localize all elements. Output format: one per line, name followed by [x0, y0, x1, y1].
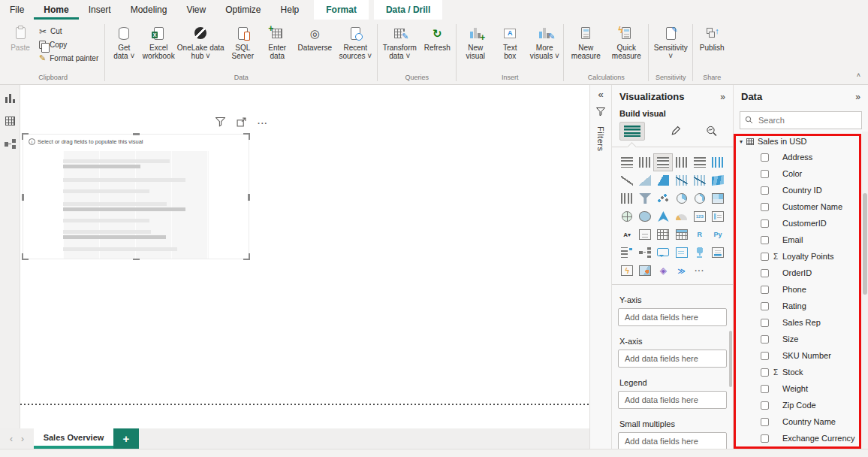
- line-and-clustered-column-chart-icon[interactable]: [694, 175, 706, 186]
- filter-funnel-icon[interactable]: [596, 106, 605, 120]
- treemap-icon[interactable]: [712, 193, 724, 204]
- dataverse-button[interactable]: ◎ Dataverse: [294, 21, 335, 52]
- qa-visual-icon[interactable]: [657, 248, 669, 256]
- slicer-icon[interactable]: [639, 229, 651, 240]
- funnel-chart-icon[interactable]: [639, 193, 651, 204]
- stacked-column-chart-icon[interactable]: [639, 157, 651, 168]
- visual-filter-icon[interactable]: [215, 117, 225, 130]
- field-checkbox[interactable]: [761, 269, 769, 277]
- tab-view[interactable]: View: [176, 0, 215, 20]
- clustered-column-chart-icon[interactable]: [676, 157, 688, 168]
- paste-button[interactable]: Paste: [3, 21, 38, 52]
- selection-edge-handle[interactable]: [133, 133, 140, 135]
- field-checkbox[interactable]: [761, 302, 769, 310]
- more-options-icon[interactable]: ···: [258, 120, 268, 126]
- field-row[interactable]: Customer Name: [734, 198, 868, 215]
- table-row-sales-in-usd[interactable]: ▾ Sales in USD: [734, 134, 868, 149]
- field-checkbox[interactable]: [761, 434, 769, 443]
- get-more-visuals-icon[interactable]: ···: [694, 265, 706, 276]
- line-and-stacked-column-chart-icon[interactable]: [676, 175, 688, 186]
- paginated-report-icon[interactable]: [712, 247, 724, 258]
- selection-edge-handle[interactable]: [22, 194, 24, 201]
- scatter-chart-icon[interactable]: [657, 193, 669, 204]
- field-well-dropzone[interactable]: Add data fields here: [618, 308, 727, 326]
- field-checkbox[interactable]: [761, 319, 769, 327]
- selection-corner-handle[interactable]: [243, 253, 250, 260]
- matrix-icon[interactable]: [676, 229, 688, 240]
- format-painter-button[interactable]: ✎ Format painter: [39, 53, 98, 63]
- field-checkbox[interactable]: [761, 335, 769, 344]
- cut-button[interactable]: ✂ Cut: [39, 26, 98, 36]
- area-chart-icon[interactable]: [639, 175, 651, 186]
- waterfall-chart-icon[interactable]: [621, 193, 633, 204]
- visualizations-scrollbar[interactable]: [729, 331, 732, 387]
- field-checkbox[interactable]: [761, 203, 769, 211]
- stacked-area-chart-icon[interactable]: [657, 175, 669, 186]
- line-chart-icon[interactable]: [621, 175, 633, 186]
- table-view-button table-grid-icon[interactable]: [5, 117, 15, 126]
- field-row[interactable]: Σ Stock: [734, 364, 868, 380]
- field-row[interactable]: Address: [734, 149, 868, 165]
- power-automate-visual-icon[interactable]: ≫: [676, 265, 688, 276]
- visual-placeholder[interactable]: i Select or drag fields to populate this…: [23, 134, 249, 259]
- field-checkbox[interactable]: [761, 418, 769, 426]
- kpi-icon[interactable]: A▾: [621, 229, 633, 240]
- donut-chart-icon[interactable]: [695, 193, 705, 204]
- build-visual-tab[interactable]: [619, 122, 645, 141]
- field-row[interactable]: Rating: [734, 298, 868, 314]
- transform-data-button[interactable]: Transform data ˅: [379, 21, 420, 60]
- 100-stacked-bar-chart-icon[interactable]: [694, 157, 706, 168]
- field-well-dropzone[interactable]: Add data fields here: [618, 391, 727, 409]
- gauge-icon[interactable]: [676, 214, 687, 220]
- tab-insert[interactable]: Insert: [79, 0, 121, 20]
- new-page-button[interactable]: +: [113, 428, 139, 449]
- text-box-button[interactable]: Text box: [493, 21, 527, 60]
- field-checkbox[interactable]: [761, 170, 769, 178]
- copy-button[interactable]: Copy: [39, 40, 98, 50]
- clustered-bar-chart-icon[interactable]: [657, 157, 669, 168]
- r-script-visual-icon[interactable]: R: [694, 229, 706, 240]
- sql-server-button[interactable]: SQL Server: [225, 21, 260, 60]
- field-row[interactable]: Country Name: [734, 413, 868, 430]
- recent-sources-button[interactable]: Recent sources ˅: [335, 21, 375, 60]
- field-checkbox[interactable]: [761, 352, 769, 360]
- 100-stacked-column-chart-icon[interactable]: [712, 157, 724, 168]
- field-checkbox[interactable]: [761, 253, 769, 261]
- tab-help[interactable]: Help: [271, 0, 309, 20]
- field-row[interactable]: Phone: [734, 281, 868, 298]
- report-view-button bar-chart-icon[interactable]: [5, 94, 15, 103]
- field-row[interactable]: CustomerID: [734, 215, 868, 232]
- pie-chart-icon[interactable]: [677, 193, 687, 204]
- arcgis-maps-icon[interactable]: [639, 265, 651, 276]
- field-row[interactable]: Sales Rep: [734, 314, 868, 331]
- publish-button[interactable]: ↑ Publish: [695, 21, 729, 52]
- get-data-button[interactable]: Get data ˅: [107, 21, 141, 60]
- selection-corner-handle[interactable]: [22, 253, 29, 260]
- ribbon-chart-icon[interactable]: [712, 175, 724, 186]
- field-checkbox[interactable]: [761, 236, 769, 244]
- key-influencers-icon[interactable]: [621, 247, 633, 258]
- card-icon[interactable]: 123: [694, 211, 706, 222]
- custom-visual-icon[interactable]: ◈: [657, 265, 669, 276]
- tab-file[interactable]: File: [0, 0, 34, 20]
- power-apps-visual-icon[interactable]: ϟ: [621, 265, 633, 276]
- excel-workbook-button[interactable]: Excel workbook: [141, 21, 176, 60]
- tab-modeling[interactable]: Modeling: [121, 0, 177, 20]
- decomposition-tree-icon[interactable]: [639, 247, 651, 258]
- refresh-button[interactable]: ↻ Refresh: [420, 21, 454, 52]
- smart-narrative-icon[interactable]: [676, 247, 688, 258]
- selection-corner-handle[interactable]: [243, 133, 250, 140]
- report-canvas[interactable]: ··· i Select or drag fields to populate …: [20, 85, 589, 428]
- table-icon[interactable]: [657, 229, 669, 240]
- tab-data-drill[interactable]: Data / Drill: [374, 0, 442, 20]
- azure-maps-icon[interactable]: [657, 211, 669, 222]
- filled-map-icon[interactable]: [639, 211, 651, 222]
- tab-format[interactable]: Format: [314, 0, 369, 20]
- expand-filters-icon[interactable]: «: [598, 89, 603, 99]
- field-row[interactable]: Exchange Currency: [734, 430, 868, 446]
- field-row[interactable]: Email: [734, 232, 868, 248]
- collapse-ribbon-button[interactable]: ˄: [857, 72, 860, 79]
- page-tab-sales-overview[interactable]: Sales Overview: [34, 428, 113, 449]
- analytics-tab[interactable]: [706, 126, 718, 137]
- previous-page-arrow[interactable]: ‹: [10, 434, 13, 444]
